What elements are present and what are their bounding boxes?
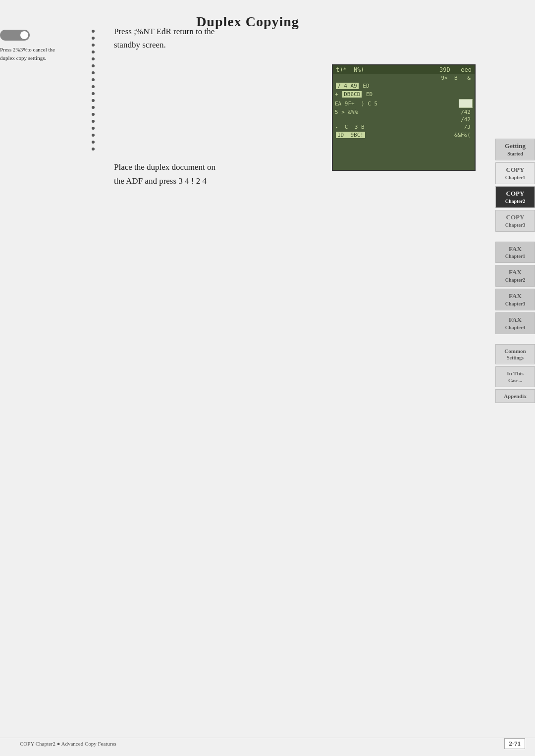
lcd-screen: t)* N%( 39D eeo 9> B & 7 4 A9 ED + DB6CD… (332, 64, 476, 171)
lcd-top-right: 39D eeo (439, 66, 472, 73)
sidebar-tab-fax4[interactable]: FAX Chapter4 (495, 312, 535, 334)
dots-column (92, 30, 95, 151)
sidebar-tab-sub: Chapter3 (498, 222, 533, 228)
sidebar-tab-copy1[interactable]: COPY Chapter1 (495, 162, 535, 184)
sidebar-tab-common[interactable]: Common Settings (495, 344, 535, 364)
dot (92, 148, 95, 151)
lcd-white-box (459, 99, 473, 108)
sidebar-tab-sub: Chapter3 (498, 301, 533, 307)
dot (92, 141, 95, 144)
sidebar-tab-title: In This (498, 370, 533, 377)
dot (92, 127, 95, 130)
sidebar: Getting Started COPY Chapter1 COPY Chapt… (495, 139, 535, 404)
dot (92, 120, 95, 123)
step-left-panel: Press 2%3%to cancel the duplex copy sett… (0, 30, 89, 62)
sidebar-tab-fax1[interactable]: FAX Chapter1 (495, 242, 535, 263)
lcd-top-bar: t)* N%( 39D eeo (333, 65, 475, 74)
sidebar-tab-title: Appendix (498, 393, 533, 400)
dot (92, 57, 95, 60)
sidebar-tab-sub: Chapter2 (498, 198, 533, 204)
sidebar-tab-copy2[interactable]: COPY Chapter2 (495, 186, 535, 208)
sidebar-tab-title: COPY (498, 166, 533, 174)
sidebar-tab-copy3[interactable]: COPY Chapter3 (495, 210, 535, 232)
sidebar-tab-title: COPY (498, 213, 533, 222)
dot (92, 64, 95, 67)
sidebar-tab-sub: Chapter1 (498, 253, 533, 259)
sidebar-tab-sub: Started (498, 151, 533, 157)
sidebar-tab-title: COPY (498, 190, 533, 198)
lcd-row-7: /42 (333, 116, 475, 123)
sidebar-tab-title: Getting (498, 142, 533, 151)
lcd-row-3: 7 4 A9 ED (333, 82, 475, 90)
lcd-row-2: 9> B & (333, 74, 475, 82)
sidebar-tab-sub: Chapter2 (498, 277, 533, 283)
dot (92, 44, 95, 47)
lcd-row-4: + DB6CD ED (333, 90, 475, 99)
lcd-row-8: - C 3 B /J (333, 123, 475, 131)
lcd-row-9: 1D 9BC! &&F&( (333, 131, 475, 139)
footer-page-number: 2-71 (504, 738, 525, 749)
dot (92, 71, 95, 74)
sidebar-tab-fax3[interactable]: FAX Chapter3 (495, 289, 535, 310)
sidebar-tab-fax2[interactable]: FAX Chapter2 (495, 265, 535, 287)
sidebar-tab-sub: Settings (498, 354, 533, 361)
sidebar-tab-title: FAX (498, 268, 533, 277)
dot (92, 50, 95, 53)
page-footer: COPY Chapter2 ● Advanced Copy Features 2… (0, 738, 535, 749)
dot (92, 92, 95, 95)
dot (92, 30, 95, 33)
sidebar-tab-appendix[interactable]: Appendix (495, 389, 535, 403)
toggle-switch (0, 30, 30, 41)
footer-chapter-label: COPY Chapter2 ● Advanced Copy Features (20, 741, 116, 747)
dot (92, 85, 95, 88)
cancel-text: Press 2%3%to cancel the duplex copy sett… (0, 46, 89, 62)
dot (92, 99, 95, 102)
sidebar-tab-title: FAX (498, 292, 533, 301)
dot (92, 106, 95, 109)
sidebar-tab-sub: Chapter4 (498, 324, 533, 331)
lcd-row-5: EA 9F+ ) C 5 (333, 99, 475, 108)
sidebar-tab-title: Common (498, 348, 533, 354)
sidebar-tab-inthiscase[interactable]: In This Case... (495, 366, 535, 387)
step-instructions: Press ;%NT EdR return to the standby scr… (114, 25, 302, 188)
instruction-2: Place the duplex document on the ADF and… (114, 160, 302, 187)
lcd-row-6: 5 > &%% /42 (333, 108, 475, 116)
sidebar-tab-getting-started[interactable]: Getting Started (495, 139, 535, 160)
dot (92, 78, 95, 81)
instruction-1: Press ;%NT EdR return to the standby scr… (114, 25, 302, 51)
dot (92, 37, 95, 40)
sidebar-tab-sub: Chapter1 (498, 174, 533, 181)
sidebar-tab-title: FAX (498, 245, 533, 253)
sidebar-tab-title: FAX (498, 316, 533, 324)
sidebar-tab-sub: Case... (498, 377, 533, 384)
dot (92, 134, 95, 137)
dot (92, 113, 95, 116)
lcd-top-label: t)* N%( (336, 66, 365, 73)
